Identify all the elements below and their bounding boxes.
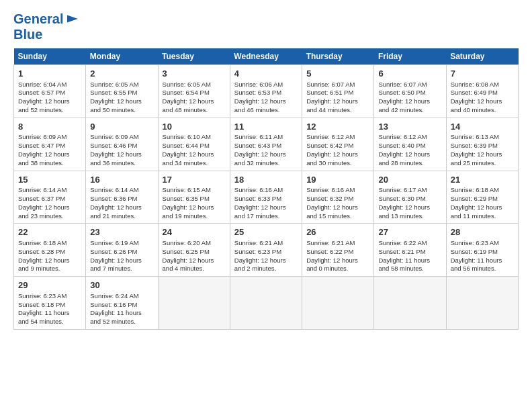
daylight: Daylight: 12 hours and 19 minutes. <box>163 203 214 220</box>
sunrise: Sunrise: 6:13 AM <box>451 133 499 140</box>
col-header-sunday: Sunday <box>14 48 86 65</box>
sunset: Sunset: 6:21 PM <box>378 248 425 255</box>
sunset: Sunset: 6:57 PM <box>18 89 65 96</box>
sunrise: Sunrise: 6:09 AM <box>18 133 66 140</box>
day-number: 3 <box>163 68 226 80</box>
day-cell: 3Sunrise: 6:05 AMSunset: 6:54 PMDaylight… <box>158 65 230 118</box>
sunrise: Sunrise: 6:23 AM <box>18 292 66 300</box>
daylight: Daylight: 12 hours and 50 minutes. <box>90 97 142 113</box>
day-cell: 12Sunrise: 6:12 AMSunset: 6:42 PMDayligh… <box>302 118 374 171</box>
logo-icon <box>64 11 81 27</box>
day-cell: 11Sunrise: 6:11 AMSunset: 6:43 PMDayligh… <box>230 118 302 171</box>
week-row-2: 8Sunrise: 6:09 AMSunset: 6:47 PMDaylight… <box>14 118 519 171</box>
day-cell: 13Sunrise: 6:12 AMSunset: 6:40 PMDayligh… <box>374 118 446 171</box>
sunset: Sunset: 6:29 PM <box>451 195 498 202</box>
day-cell: 10Sunrise: 6:10 AMSunset: 6:44 PMDayligh… <box>158 118 230 171</box>
day-cell: 22Sunrise: 6:18 AMSunset: 6:28 PMDayligh… <box>14 224 86 277</box>
sunset: Sunset: 6:35 PM <box>163 195 210 202</box>
header: General Blue <box>13 11 519 42</box>
day-cell <box>446 277 518 330</box>
sunset: Sunset: 6:40 PM <box>378 142 425 149</box>
daylight: Daylight: 12 hours and 30 minutes. <box>306 150 358 167</box>
sunrise: Sunrise: 6:24 AM <box>90 292 138 300</box>
logo: General Blue <box>13 11 81 42</box>
sunrise: Sunrise: 6:15 AM <box>163 186 211 193</box>
daylight: Daylight: 11 hours and 52 minutes. <box>90 309 142 325</box>
day-cell: 5Sunrise: 6:07 AMSunset: 6:51 PMDaylight… <box>302 65 374 118</box>
sunset: Sunset: 6:22 PM <box>306 248 353 255</box>
sunrise: Sunrise: 6:08 AM <box>451 81 499 88</box>
sunset: Sunset: 6:47 PM <box>18 142 65 149</box>
week-row-1: 1Sunrise: 6:04 AMSunset: 6:57 PMDaylight… <box>14 65 519 118</box>
day-number: 11 <box>234 121 298 133</box>
day-number: 22 <box>18 226 81 238</box>
day-cell: 14Sunrise: 6:13 AMSunset: 6:39 PMDayligh… <box>446 118 518 171</box>
sunrise: Sunrise: 6:21 AM <box>306 239 355 246</box>
day-cell: 27Sunrise: 6:22 AMSunset: 6:21 PMDayligh… <box>374 224 446 277</box>
daylight: Daylight: 12 hours and 52 minutes. <box>18 97 70 113</box>
sunrise: Sunrise: 6:17 AM <box>378 186 427 193</box>
sunrise: Sunrise: 6:20 AM <box>163 239 211 246</box>
sunrise: Sunrise: 6:05 AM <box>163 81 211 88</box>
sunset: Sunset: 6:37 PM <box>18 195 65 202</box>
col-header-friday: Friday <box>374 48 446 65</box>
day-number: 1 <box>18 68 81 80</box>
day-cell: 4Sunrise: 6:06 AMSunset: 6:53 PMDaylight… <box>230 65 302 118</box>
sunset: Sunset: 6:49 PM <box>451 89 498 96</box>
day-cell <box>302 277 374 330</box>
sunrise: Sunrise: 6:18 AM <box>451 186 499 193</box>
day-cell <box>230 277 302 330</box>
daylight: Daylight: 12 hours and 11 minutes. <box>451 203 502 220</box>
day-cell: 19Sunrise: 6:16 AMSunset: 6:32 PMDayligh… <box>302 171 374 224</box>
daylight: Daylight: 11 hours and 58 minutes. <box>378 257 430 273</box>
sunset: Sunset: 6:32 PM <box>306 195 353 202</box>
sunset: Sunset: 6:28 PM <box>18 248 65 255</box>
day-number: 5 <box>306 68 369 80</box>
col-header-saturday: Saturday <box>446 48 518 65</box>
sunset: Sunset: 6:53 PM <box>234 89 281 96</box>
daylight: Daylight: 12 hours and 32 minutes. <box>234 150 286 167</box>
sunset: Sunset: 6:39 PM <box>451 142 498 149</box>
day-cell: 23Sunrise: 6:19 AMSunset: 6:26 PMDayligh… <box>86 224 158 277</box>
daylight: Daylight: 12 hours and 13 minutes. <box>378 203 430 220</box>
day-number: 10 <box>163 121 226 133</box>
sunrise: Sunrise: 6:19 AM <box>90 239 138 246</box>
daylight: Daylight: 12 hours and 38 minutes. <box>18 150 70 167</box>
day-number: 6 <box>378 68 441 80</box>
day-cell: 24Sunrise: 6:20 AMSunset: 6:25 PMDayligh… <box>158 224 230 277</box>
daylight: Daylight: 12 hours and 23 minutes. <box>18 203 70 220</box>
day-number: 28 <box>451 226 514 238</box>
day-cell: 16Sunrise: 6:14 AMSunset: 6:36 PMDayligh… <box>86 171 158 224</box>
day-cell <box>374 277 446 330</box>
sunset: Sunset: 6:54 PM <box>163 89 210 96</box>
day-cell: 21Sunrise: 6:18 AMSunset: 6:29 PMDayligh… <box>446 171 518 224</box>
day-cell: 7Sunrise: 6:08 AMSunset: 6:49 PMDaylight… <box>446 65 518 118</box>
svg-marker-0 <box>67 15 78 22</box>
day-cell: 20Sunrise: 6:17 AMSunset: 6:30 PMDayligh… <box>374 171 446 224</box>
day-number: 20 <box>378 174 441 186</box>
daylight: Daylight: 12 hours and 4 minutes. <box>163 257 214 273</box>
day-number: 21 <box>451 174 514 186</box>
day-number: 12 <box>306 121 369 133</box>
col-header-monday: Monday <box>86 48 158 65</box>
day-cell: 30Sunrise: 6:24 AMSunset: 6:16 PMDayligh… <box>86 277 158 330</box>
daylight: Daylight: 12 hours and 44 minutes. <box>306 97 358 113</box>
sunset: Sunset: 6:25 PM <box>163 248 210 255</box>
sunrise: Sunrise: 6:14 AM <box>18 186 66 193</box>
sunset: Sunset: 6:36 PM <box>90 195 137 202</box>
sunrise: Sunrise: 6:23 AM <box>451 239 499 246</box>
day-number: 9 <box>90 121 153 133</box>
daylight: Daylight: 12 hours and 7 minutes. <box>90 257 142 273</box>
logo-blue: Blue <box>13 27 81 42</box>
sunrise: Sunrise: 6:16 AM <box>234 186 283 193</box>
day-number: 30 <box>90 279 153 291</box>
day-cell: 18Sunrise: 6:16 AMSunset: 6:33 PMDayligh… <box>230 171 302 224</box>
daylight: Daylight: 11 hours and 56 minutes. <box>451 257 502 273</box>
day-number: 4 <box>234 68 298 80</box>
day-number: 7 <box>451 68 514 80</box>
sunrise: Sunrise: 6:18 AM <box>18 239 66 246</box>
week-row-4: 22Sunrise: 6:18 AMSunset: 6:28 PMDayligh… <box>14 224 519 277</box>
day-number: 23 <box>90 226 153 238</box>
day-number: 27 <box>378 226 441 238</box>
sunrise: Sunrise: 6:11 AM <box>234 133 283 140</box>
